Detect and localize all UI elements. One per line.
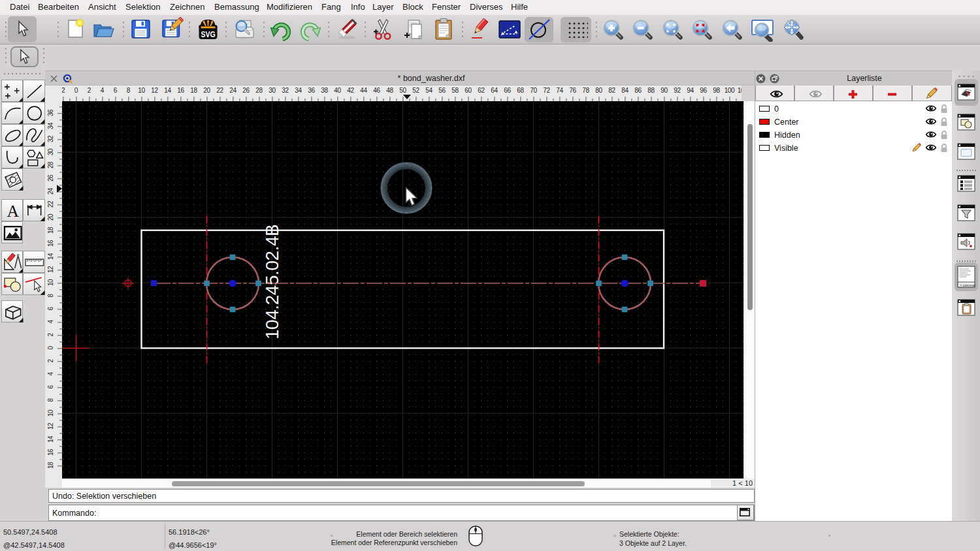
svg-text:> command: > command (960, 283, 975, 287)
svg-text:SVG: SVG (201, 30, 215, 39)
svg-text:A: A (7, 201, 19, 220)
svg-text:104.245.02.4B: 104.245.02.4B (262, 225, 282, 339)
